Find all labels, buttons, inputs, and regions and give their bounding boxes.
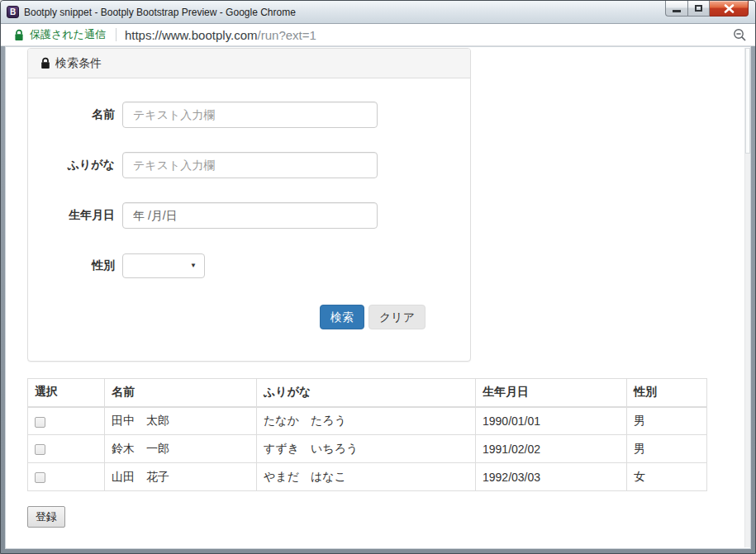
birthdate-field-row: 生年月日 — [40, 202, 458, 229]
table-row: 鈴木 一郎 すずき いちろう 1991/02/02 男 — [28, 435, 707, 463]
search-panel-body: 名前 ふりがな 生年月日 性別 ▼ — [28, 78, 470, 361]
register-button[interactable]: 登録 — [27, 506, 65, 528]
table-row: 田中 太郎 たなか たろう 1990/01/01 男 — [28, 407, 707, 435]
birthdate-cell: 1992/03/03 — [476, 463, 627, 491]
gender-cell: 男 — [627, 435, 707, 463]
col-header-birthdate: 生年月日 — [476, 379, 627, 407]
furigana-input[interactable] — [122, 152, 378, 178]
app-icon-letter: B — [10, 7, 16, 17]
gender-field-row: 性別 ▼ — [40, 253, 458, 279]
row-checkbox[interactable] — [35, 472, 45, 483]
clear-button[interactable]: クリア — [368, 305, 426, 329]
select-cell — [28, 435, 105, 463]
minimize-icon — [673, 10, 681, 12]
name-field-row: 名前 — [40, 102, 458, 128]
restore-button[interactable] — [687, 1, 710, 17]
furigana-cell: やまだ はなこ — [257, 463, 476, 491]
select-cell — [28, 463, 105, 491]
security-label: 保護された通信 — [30, 27, 106, 42]
col-header-select: 選択 — [28, 379, 105, 407]
search-panel: 検索条件 名前 ふりがな 生年月日 — [27, 48, 471, 362]
col-header-name: 名前 — [105, 379, 257, 407]
furigana-cell: たなか たろう — [257, 407, 476, 435]
page-content: 検索条件 名前 ふりがな 生年月日 — [5, 46, 751, 549]
window-controls — [665, 1, 749, 17]
url-host: https://www.bootply.com — [125, 28, 258, 42]
search-button[interactable]: 検索 — [320, 305, 364, 329]
search-panel-title: 検索条件 — [55, 56, 102, 71]
content-scrollbar[interactable] — [744, 48, 750, 547]
url-text[interactable]: https://www.bootply.com/run?ext=1 — [125, 28, 316, 42]
minimize-button[interactable] — [665, 1, 687, 17]
table-row: 山田 花子 やまだ はなこ 1992/03/03 女 — [28, 463, 707, 491]
table-header-row: 選択 名前 ふりがな 生年月日 性別 — [28, 379, 707, 407]
search-button-row: 検索 クリア — [320, 305, 458, 329]
row-checkbox[interactable] — [35, 444, 45, 455]
window-frame: 検索条件 名前 ふりがな 生年月日 — [1, 46, 755, 553]
address-bar[interactable]: 保護された通信 https://www.bootply.com/run?ext=… — [1, 24, 755, 46]
close-icon — [724, 4, 735, 13]
title-bar[interactable]: B Bootply snippet - Bootply Bootstrap Pr… — [1, 1, 755, 24]
url-separator — [116, 28, 116, 41]
name-cell: 山田 花子 — [105, 463, 257, 491]
birthdate-field-label: 生年月日 — [40, 208, 115, 223]
window-title: Bootply snippet - Bootply Bootstrap Prev… — [24, 7, 296, 18]
gender-cell: 男 — [627, 407, 707, 435]
gender-cell: 女 — [627, 463, 707, 491]
search-panel-header: 検索条件 — [28, 49, 470, 78]
dropdown-arrow-icon: ▼ — [190, 263, 197, 269]
furigana-field-label: ふりがな — [40, 158, 115, 173]
close-button[interactable] — [710, 1, 749, 17]
name-cell: 田中 太郎 — [105, 407, 257, 435]
furigana-cell: すずき いちろう — [257, 435, 476, 463]
gender-select[interactable]: ▼ — [122, 253, 205, 278]
row-checkbox[interactable] — [35, 417, 45, 428]
birthdate-input[interactable] — [122, 202, 378, 229]
scrollbar-thumb[interactable] — [745, 48, 750, 154]
url-path: /run?ext=1 — [258, 28, 316, 42]
results-table: 選択 名前 ふりがな 生年月日 性別 田中 太郎 たなか たろう 1990/01… — [27, 378, 707, 491]
furigana-field-row: ふりがな — [40, 152, 458, 178]
select-cell — [28, 407, 105, 435]
bootply-app-icon: B — [7, 6, 19, 18]
browser-window: B Bootply snippet - Bootply Bootstrap Pr… — [0, 0, 756, 554]
restore-icon — [695, 5, 702, 12]
gender-field-label: 性別 — [40, 258, 115, 273]
zoom-icon[interactable] — [733, 28, 747, 42]
birthdate-cell: 1991/02/02 — [476, 435, 627, 463]
name-cell: 鈴木 一郎 — [105, 435, 257, 463]
birthdate-cell: 1990/01/01 — [476, 407, 627, 435]
panel-lock-icon — [40, 57, 50, 69]
name-input[interactable] — [122, 102, 378, 128]
secure-lock-icon[interactable] — [14, 29, 24, 41]
col-header-gender: 性別 — [627, 379, 707, 407]
name-field-label: 名前 — [40, 107, 115, 122]
col-header-furigana: ふりがな — [257, 379, 476, 407]
